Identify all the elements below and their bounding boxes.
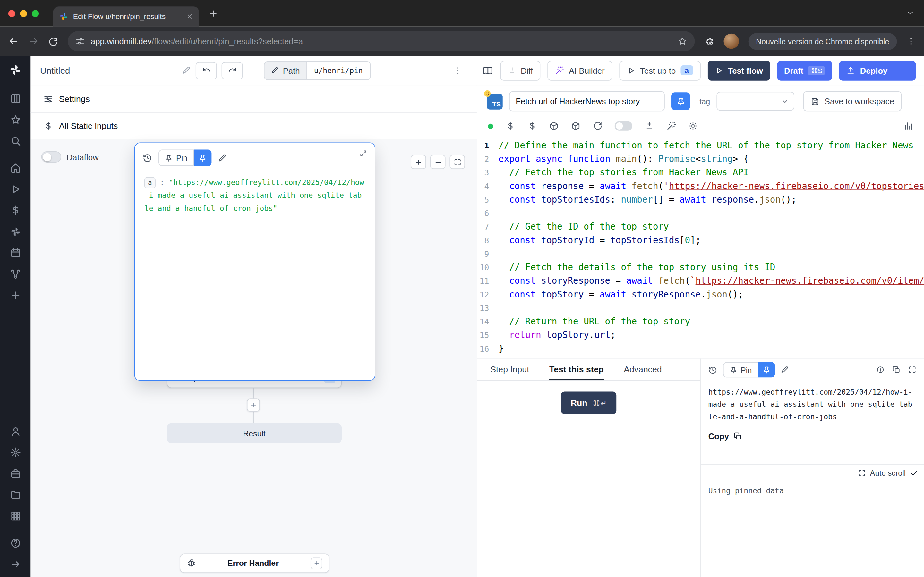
extensions-icon[interactable] [704,36,714,46]
code-line-8[interactable]: 8 const topStoryId = topStoriesIds[0]; [477,234,924,247]
bookmark-icon[interactable] [678,37,687,46]
error-handler-node[interactable]: Error Handler [180,554,330,573]
code-line-14[interactable]: 14 // Return the URL of the top story [477,315,924,329]
expand-icon[interactable] [359,150,367,157]
tag-select[interactable] [717,92,795,111]
summary-input[interactable] [509,91,665,111]
tab-close-icon[interactable] [186,13,193,20]
pin-button[interactable]: Pin [158,150,194,166]
code-line-4[interactable]: 4 const response = await fetch('https://… [477,179,924,193]
sidebar-boards-icon[interactable] [10,93,21,104]
code-line-11[interactable]: 11 const storyResponse = await fetch(`ht… [477,274,924,288]
sidebar-help-icon[interactable] [10,538,21,549]
code-line-13[interactable]: 13 [477,301,924,315]
flow-canvas[interactable]: Dataflow [31,139,477,577]
url-bar[interactable]: app.windmill.dev/flows/edit/u/henri/pin_… [68,31,695,51]
window-close-button[interactable] [8,10,15,17]
fit-view-button[interactable] [449,155,465,169]
sidebar-schedules-icon[interactable] [10,247,21,258]
sidebar-account-icon[interactable] [10,426,21,437]
dataflow-toggle[interactable] [41,151,61,163]
save-to-workspace-button[interactable]: Save to workspace [803,91,902,111]
check-icon[interactable] [910,469,918,477]
error-handler-add-button[interactable] [310,557,322,569]
code-editor[interactable]: 1// Define the main function to fetch th… [477,135,924,358]
browser-tab[interactable]: Edit Flow u/henri/pin_results [53,6,199,26]
profile-avatar[interactable] [724,34,739,49]
back-button[interactable] [8,36,19,47]
static-inputs-row[interactable]: All Static Inputs [31,113,477,139]
code-line-15[interactable]: 15 return topStory.url; [477,329,924,342]
new-tab-button[interactable] [208,9,218,18]
test-up-to-button[interactable]: Test up to a [620,60,701,80]
sidebar-expand-icon[interactable] [10,559,21,570]
path-value[interactable]: u/henri/pin [306,61,370,79]
zoom-in-button[interactable] [411,155,426,169]
dependencies-icon[interactable] [549,121,559,131]
info-icon[interactable] [876,366,885,374]
sidebar-triggers-icon[interactable] [10,269,21,280]
library-panel-icon[interactable] [904,121,913,131]
zoom-out-button[interactable] [430,155,446,169]
edit-icon[interactable] [780,366,789,374]
code-line-2[interactable]: 2export async function main(): Promise<s… [477,153,924,166]
test-flow-button[interactable]: Test flow [708,60,770,80]
window-zoom-button[interactable] [32,10,39,17]
pinned-json-editor[interactable]: a : "https://www.geoffreylitt.com/2025/0… [135,172,375,218]
sidebar-runs-icon[interactable] [10,184,21,195]
code-line-3[interactable]: 3 // Fetch the top stories from Hacker N… [477,166,924,179]
sidebar-search-icon[interactable] [10,135,21,147]
pin-active-button[interactable] [671,92,690,110]
tab-advanced[interactable]: Advanced [624,359,662,380]
pin-active-button[interactable] [758,362,774,378]
diff-button[interactable]: Diff [500,60,541,80]
sidebar-variables-icon[interactable] [10,205,21,216]
resources-icon[interactable] [527,121,537,131]
redo-button[interactable] [222,61,243,79]
code-line-12[interactable]: 12 const topStory = await storyResponse.… [477,288,924,301]
undo-button[interactable] [196,61,217,79]
history-icon[interactable] [142,153,152,163]
sidebar-folders-icon[interactable] [10,489,21,500]
flow-title-field[interactable]: Untitled [40,65,191,75]
sidebar-settings-icon[interactable] [10,447,21,458]
chrome-update-button[interactable]: Nouvelle version de Chrome disponible [748,33,897,50]
sidebar-jobs-icon[interactable] [10,468,21,479]
sidebar-create-icon[interactable] [10,290,21,301]
window-minimize-button[interactable] [20,10,27,17]
docs-icon[interactable] [483,65,493,76]
windmill-logo-icon[interactable] [9,63,22,76]
pin-button[interactable]: Pin [723,362,758,378]
diff-icon[interactable] [645,121,654,131]
sidebar-home-icon[interactable] [10,163,21,174]
code-line-10[interactable]: 10 // Fetch the details of the top story… [477,261,924,274]
draft-button[interactable]: Draft ⌘S [777,60,832,80]
flow-settings-row[interactable]: Settings [31,85,477,112]
forward-button[interactable] [28,36,39,47]
site-info-icon[interactable] [75,37,85,46]
ai-assist-icon[interactable] [666,121,676,131]
pinned-result-value[interactable]: https://www.geoffreylitt.com/2025/04/12/… [701,381,924,422]
sidebar-apps-icon[interactable] [10,510,21,522]
more-options-icon[interactable] [453,66,462,75]
ai-builder-button[interactable]: AI Builder [548,60,612,80]
assets-icon[interactable] [571,121,580,131]
result-node[interactable]: Result [167,424,342,443]
tab-test-this-step[interactable]: Test this step [549,359,604,380]
run-button[interactable]: Run ⌘↵ [561,392,616,414]
code-line-1[interactable]: 1// Define the main function to fetch th… [477,139,924,152]
edit-title-icon[interactable] [182,66,191,75]
deploy-button[interactable]: Deploy [839,60,916,80]
reload-button[interactable] [48,36,58,46]
copy-button[interactable]: Copy [701,432,924,441]
code-line-7[interactable]: 7 // Get the ID of the top story [477,220,924,234]
edit-icon[interactable] [218,153,227,162]
add-step-button[interactable] [247,398,260,411]
sidebar-resources-icon[interactable] [10,226,21,237]
reload-icon[interactable] [593,121,602,131]
variables-icon[interactable] [506,121,515,131]
tab-step-input[interactable]: Step Input [490,359,529,380]
history-icon[interactable] [708,366,717,374]
path-button[interactable]: Path [265,61,306,79]
fullscreen-icon[interactable] [908,366,916,374]
